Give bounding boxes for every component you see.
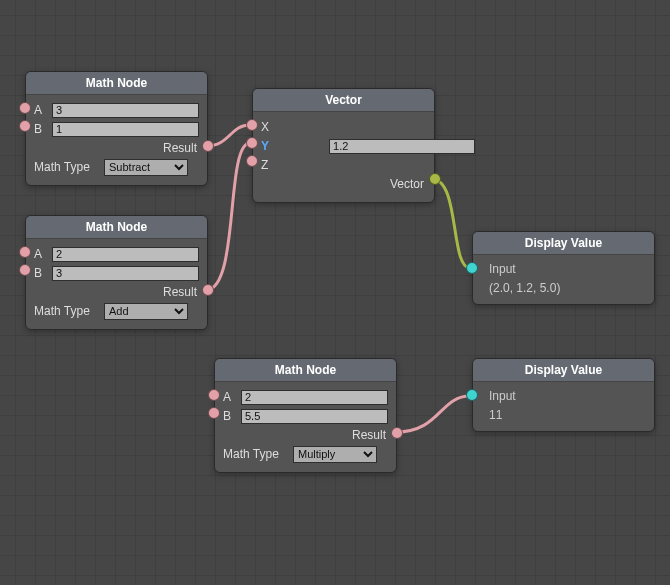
output-port-result[interactable] (391, 427, 403, 439)
label-b: B (34, 266, 52, 280)
input-port[interactable] (466, 389, 478, 401)
math-type-label: Math Type (223, 447, 293, 461)
input-port-x[interactable] (246, 119, 258, 131)
node-title[interactable]: Math Node (26, 216, 207, 239)
vector-out-label: Vector (261, 177, 426, 191)
node-title[interactable]: Math Node (26, 72, 207, 95)
math-type-select[interactable]: AddSubtractMultiplyDivide (104, 159, 188, 176)
wire[interactable] (432, 179, 470, 268)
node-graph-canvas[interactable]: Math Node A B Result Math Type AddSubtra… (0, 0, 670, 585)
input-b[interactable] (241, 409, 388, 424)
label-y: Y (261, 139, 269, 153)
result-label: Result (34, 141, 199, 155)
node-title[interactable]: Display Value (473, 359, 654, 382)
input-a[interactable] (52, 247, 199, 262)
input-port-a[interactable] (19, 102, 31, 114)
input-a[interactable] (52, 103, 199, 118)
label-b: B (34, 122, 52, 136)
label-a: A (34, 103, 52, 117)
math-node-3[interactable]: Math Node A B Result Math Type AddSubtra… (214, 358, 397, 473)
display-value: (2.0, 1.2, 5.0) (485, 281, 560, 295)
label-x: X (261, 120, 279, 134)
output-port-vector[interactable] (429, 173, 441, 185)
input-port-z[interactable] (246, 155, 258, 167)
node-title[interactable]: Vector (253, 89, 434, 112)
math-node-2[interactable]: Math Node A B Result Math Type AddSubtra… (25, 215, 208, 330)
wire[interactable] (206, 143, 250, 290)
input-port-a[interactable] (19, 246, 31, 258)
input-port-b[interactable] (208, 407, 220, 419)
node-title[interactable]: Math Node (215, 359, 396, 382)
display-value: 11 (485, 408, 502, 422)
input-port-y[interactable] (246, 137, 258, 149)
wire[interactable] (396, 396, 470, 432)
label-a: A (223, 390, 241, 404)
label-b: B (223, 409, 241, 423)
display-value-node-2[interactable]: Display Value Input 11 (472, 358, 655, 432)
vector-node[interactable]: Vector X Y Z Vector (252, 88, 435, 203)
output-port-result[interactable] (202, 284, 214, 296)
input-b[interactable] (52, 266, 199, 281)
label-z: Z (261, 158, 279, 172)
input-port[interactable] (466, 262, 478, 274)
math-type-label: Math Type (34, 304, 104, 318)
input-label: Input (485, 389, 516, 403)
result-label: Result (34, 285, 199, 299)
math-type-select[interactable]: AddSubtractMultiplyDivide (104, 303, 188, 320)
input-port-a[interactable] (208, 389, 220, 401)
result-label: Result (223, 428, 388, 442)
node-title[interactable]: Display Value (473, 232, 654, 255)
input-b[interactable] (52, 122, 199, 137)
input-port-b[interactable] (19, 120, 31, 132)
output-port-result[interactable] (202, 140, 214, 152)
input-y[interactable] (329, 139, 475, 154)
math-type-label: Math Type (34, 160, 104, 174)
input-a[interactable] (241, 390, 388, 405)
math-type-select[interactable]: AddSubtractMultiplyDivide (293, 446, 377, 463)
input-label: Input (485, 262, 516, 276)
label-a: A (34, 247, 52, 261)
display-value-node-1[interactable]: Display Value Input (2.0, 1.2, 5.0) (472, 231, 655, 305)
input-port-b[interactable] (19, 264, 31, 276)
math-node-1[interactable]: Math Node A B Result Math Type AddSubtra… (25, 71, 208, 186)
